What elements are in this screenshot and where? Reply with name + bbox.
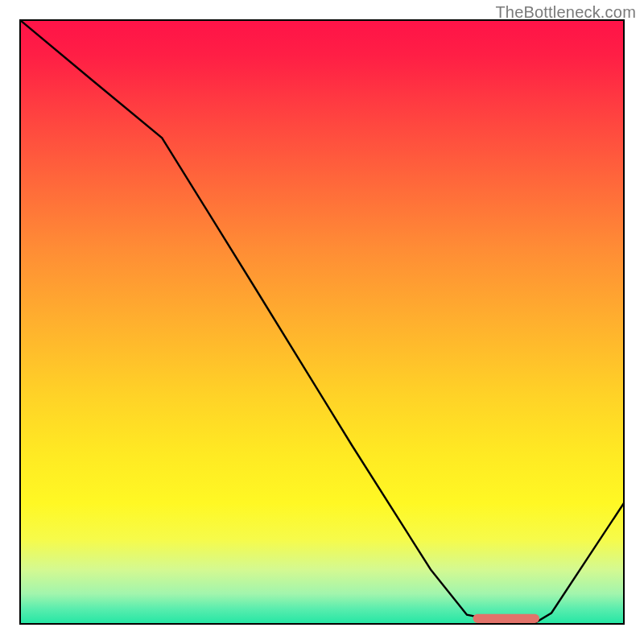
chart-background-gradient: [20, 20, 624, 624]
chart-svg: [0, 0, 644, 644]
chart-root: TheBottleneck.com: [0, 0, 644, 644]
watermark-text: TheBottleneck.com: [495, 3, 636, 22]
optimal-zone-marker: [473, 614, 540, 623]
